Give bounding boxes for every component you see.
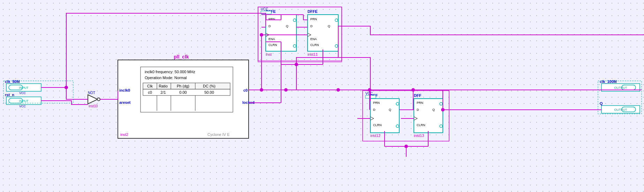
svg-rect-83 [365,95,376,98]
svg-text:CLRN: CLRN [268,43,277,47]
svg-rect-20 [141,67,233,112]
svg-point-113 [404,145,408,148]
svg-text:PRN: PRN [373,101,380,105]
svg-rect-94 [363,91,449,141]
svg-rect-90 [3,81,73,103]
svg-rect-52 [308,15,338,51]
svg-text:PRN: PRN [268,17,275,21]
svg-text:DFF: DFF [370,93,378,98]
svg-text:rst_n: rst_n [5,93,14,97]
svg-text:areset: areset [119,100,131,105]
svg-text:VCC: VCC [365,92,373,95]
svg-text:locked: locked [242,100,255,105]
svg-text:D: D [417,108,419,112]
svg-text:VCC: VCC [19,91,26,95]
svg-text:Q: Q [432,108,435,112]
svg-text:CLRN: CLRN [310,43,319,47]
svg-text:2/1: 2/1 [160,90,166,94]
svg-text:Q: Q [286,24,288,28]
svg-rect-63 [261,11,271,14]
schematic: INPUT INPUT clk_50M rst_n VCC VCC OUTPUT… [0,0,644,192]
svg-point-50 [293,19,296,22]
svg-text:PRN: PRN [310,17,317,21]
svg-text:Ratio: Ratio [159,84,168,88]
svg-rect-14 [601,106,640,113]
svg-text:VCC: VCC [19,105,26,108]
wires-layer: INPUT INPUT clk_50M rst_n VCC VCC OUTPUT… [0,0,644,192]
svg-point-99 [411,88,415,92]
svg-text:D: D [268,24,271,28]
svg-text:OUTPUT: OUTPUT [614,108,628,112]
svg-text:inst10: inst10 [89,104,98,108]
svg-rect-88 [258,7,342,61]
svg-rect-16 [622,107,636,112]
svg-rect-42 [266,15,296,51]
svg-point-118 [295,63,298,66]
svg-text:inclk0 frequency:  50.000 MHz: inclk0 frequency: 50.000 MHz [145,70,195,74]
svg-rect-91 [598,81,642,114]
svg-text:inst: inst [266,52,272,56]
svg-text:DFF: DFF [414,93,422,98]
svg-point-105 [441,108,445,112]
svg-text:PRN: PRN [417,101,423,105]
svg-rect-31 [143,89,230,95]
svg-marker-84 [88,95,98,104]
svg-text:DFFE: DFFE [266,9,276,14]
svg-text:Operation Mode:  Normal: Operation Mode: Normal [145,76,187,80]
svg-text:D: D [373,108,376,112]
svg-text:c0: c0 [148,90,152,94]
svg-point-81 [440,125,442,128]
svg-rect-0 [6,84,41,91]
svg-text:D: D [310,24,313,28]
svg-text:Q: Q [600,101,603,106]
svg-text:CLRN: CLRN [417,123,425,127]
svg-text:Q: Q [328,24,330,28]
svg-text:DC (%): DC (%) [203,84,215,88]
svg-text:inst12: inst12 [370,133,380,138]
svg-text:inst11: inst11 [308,52,318,56]
svg-rect-92 [258,7,342,62]
svg-rect-64 [370,99,399,133]
svg-point-98 [368,88,371,92]
svg-text:NOT: NOT [88,91,95,95]
svg-text:Ph (dg): Ph (dg) [177,84,189,88]
svg-point-51 [293,45,296,47]
svg-point-85 [97,98,100,101]
svg-point-101 [260,88,263,92]
svg-text:ENA: ENA [310,37,317,41]
svg-point-95 [65,86,68,89]
svg-point-61 [335,45,338,47]
svg-rect-12 [622,85,636,90]
svg-text:INPUT: INPUT [19,86,29,90]
svg-text:VCC: VCC [261,7,268,11]
svg-text:CLRN: CLRN [373,123,382,127]
svg-point-80 [440,102,442,105]
svg-point-100 [260,33,263,37]
svg-point-72 [396,125,399,128]
svg-text:DFFE: DFFE [308,9,318,14]
svg-point-60 [335,19,338,22]
svg-text:0.00: 0.00 [179,90,187,94]
svg-point-97 [336,88,340,92]
svg-text:INPUT: INPUT [19,99,29,103]
svg-text:inst2: inst2 [120,132,128,137]
svg-rect-93 [363,91,449,141]
svg-rect-5 [9,98,23,103]
svg-text:Cyclone IV E: Cyclone IV E [207,132,230,137]
svg-rect-73 [414,99,443,133]
svg-text:OUTPUT: OUTPUT [614,86,628,90]
svg-text:inclk0: inclk0 [119,88,130,92]
svg-text:Q: Q [389,108,391,112]
svg-text:ENA: ENA [268,37,275,41]
svg-text:50.00: 50.00 [204,90,214,94]
svg-rect-10 [601,84,640,91]
svg-rect-18 [118,60,249,138]
svg-point-96 [284,88,288,92]
svg-rect-2 [9,85,23,90]
svg-text:c0: c0 [243,88,248,92]
svg-rect-3 [6,97,41,105]
svg-text:pll_clk: pll_clk [174,54,189,60]
svg-rect-23 [143,83,230,89]
svg-text:Clk: Clk [147,84,153,88]
svg-point-71 [396,102,399,105]
